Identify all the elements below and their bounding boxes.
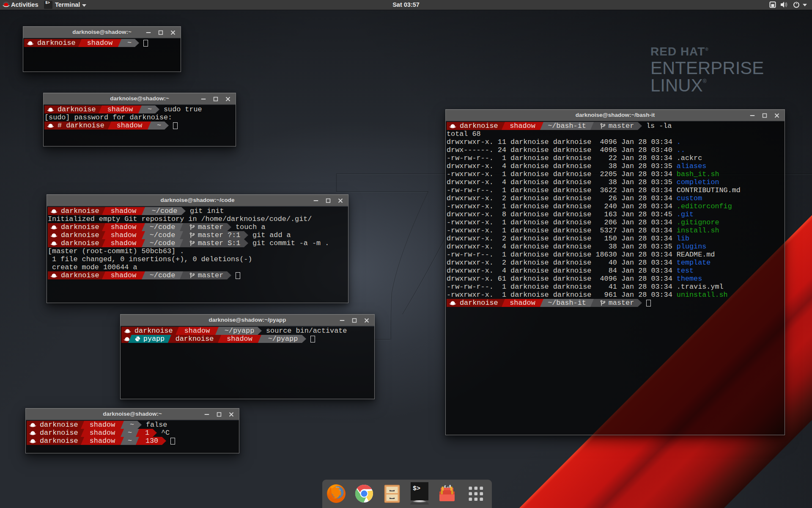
svg-text:$>: $> [413,485,420,492]
